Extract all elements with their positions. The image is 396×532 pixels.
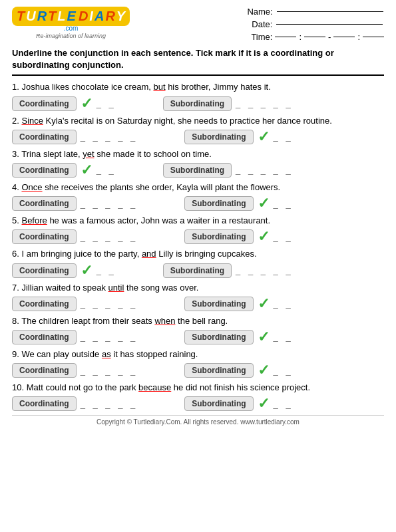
time-colon2: : (357, 32, 360, 42)
sub-button-1: Subordinating (163, 96, 232, 111)
sub-dashes-10: _ _ (274, 399, 294, 409)
name-fields: Name: Date: Time: : - : (247, 7, 384, 42)
logo-char-e: E (67, 9, 76, 24)
conjunction-6: and (142, 249, 156, 259)
answer-row-7: Coordinating_ _ _ _ _Subordinating✓_ _ (12, 297, 384, 311)
coord-answer-2: Coordinating_ _ _ _ _ (12, 130, 138, 144)
time-colon1: : (299, 32, 301, 42)
header: T U R T L E D I A R Y .com Re-imaginatio… (12, 7, 384, 42)
logo-char-t2: T (48, 9, 56, 24)
coord-button-8: Coordinating (12, 330, 77, 344)
sub-dashes-9: _ _ (274, 366, 294, 376)
sub-answer-7: Subordinating✓_ _ (184, 297, 293, 311)
sentence-block-9: 9. We can play outside as it has stopped… (12, 348, 384, 378)
sub-answer-6: Subordinating_ _ _ _ _ (163, 263, 294, 278)
sub-check-2: ✓ (258, 130, 270, 144)
logo-char-u: U (26, 9, 35, 24)
coord-button-6: Coordinating (12, 263, 77, 278)
conjunction-3: yet (83, 149, 94, 159)
logo-char-r: R (37, 9, 47, 24)
answer-row-9: Coordinating_ _ _ _ _Subordinating✓_ _ (12, 363, 384, 378)
page: T U R T L E D I A R Y .com Re-imaginatio… (0, 0, 396, 430)
coord-answer-3: Coordinating✓_ _ (12, 163, 116, 178)
sub-dashes-8: _ _ (274, 332, 294, 342)
logo-com: .com (64, 25, 79, 32)
sub-answer-4: Subordinating✓_ _ (184, 196, 293, 211)
coord-button-10: Coordinating (12, 396, 77, 411)
logo-area: T U R T L E D I A R Y .com Re-imaginatio… (12, 7, 130, 39)
conjunction-1: but (153, 82, 165, 92)
coord-dashes-9: _ _ _ _ _ (81, 366, 138, 376)
answer-row-3: Coordinating✓_ _Subordinating_ _ _ _ _ (12, 163, 384, 178)
coord-button-3: Coordinating (12, 163, 77, 178)
logo-char-t: T (17, 9, 25, 24)
coord-answer-6: Coordinating✓_ _ (12, 263, 116, 278)
coord-check-1: ✓ (81, 96, 93, 111)
sentence-text-6: 6. I am bringing juice to the party, and… (12, 248, 384, 260)
conjunction-5: Before (21, 215, 47, 225)
sub-check-8: ✓ (258, 330, 270, 344)
conjunction-2: Since (21, 116, 43, 126)
sub-check-4: ✓ (258, 196, 270, 211)
sub-button-9: Subordinating (184, 363, 253, 378)
time-seg1 (275, 37, 296, 37)
date-label: Date: (247, 19, 272, 29)
sentence-text-3: 3. Trina slept late, yet she made it to … (12, 148, 384, 160)
sub-answer-9: Subordinating✓_ _ (184, 363, 293, 378)
sub-button-4: Subordinating (184, 196, 253, 211)
sub-button-3: Subordinating (163, 163, 232, 178)
coord-button-9: Coordinating (12, 363, 77, 378)
sub-dashes-3: _ _ _ _ _ (236, 165, 294, 175)
coord-dashes-7: _ _ _ _ _ (81, 299, 138, 309)
conjunction-8: when (154, 316, 175, 326)
coord-answer-5: Coordinating_ _ _ _ _ (12, 229, 138, 244)
coord-dashes-3: _ _ (97, 165, 116, 175)
answer-row-1: Coordinating✓_ _Subordinating_ _ _ _ _ (12, 96, 384, 111)
time-label: Time: (247, 32, 272, 42)
time-seg4 (363, 37, 384, 37)
sentence-block-5: 5. Before he was a famous actor, John wa… (12, 215, 384, 244)
sub-dashes-4: _ _ (274, 199, 294, 209)
answer-row-5: Coordinating_ _ _ _ _Subordinating✓_ _ (12, 229, 384, 244)
time-seg3 (333, 37, 355, 37)
time-seg2 (304, 37, 325, 37)
sentence-text-10: 10. Matt could not go to the park becaus… (12, 382, 384, 394)
sub-dashes-5: _ _ (274, 232, 294, 242)
logo-char-r2: R (105, 9, 114, 24)
sub-button-6: Subordinating (163, 263, 232, 278)
logo-char-d: D (79, 9, 88, 24)
coord-dashes-10: _ _ _ _ _ (81, 399, 138, 409)
sentence-block-7: 7. Jillian waited to speak until the son… (12, 282, 384, 311)
sentences-container: 1. Joshua likes chocolate ice cream, but… (12, 81, 384, 411)
coord-dashes-6: _ _ (97, 265, 116, 275)
sentence-block-4: 4. Once she receives the plants she orde… (12, 182, 384, 211)
conjunction-4: Once (21, 182, 42, 192)
sentence-block-10: 10. Matt could not go to the park becaus… (12, 382, 384, 411)
answer-row-8: Coordinating_ _ _ _ _Subordinating✓_ _ (12, 330, 384, 344)
sub-check-10: ✓ (258, 396, 270, 411)
sentence-text-7: 7. Jillian waited to speak until the son… (12, 282, 384, 294)
time-dash: - (328, 32, 331, 42)
sentence-block-6: 6. I am bringing juice to the party, and… (12, 248, 384, 277)
sentence-text-1: 1. Joshua likes chocolate ice cream, but… (12, 81, 384, 93)
coord-dashes-1: _ _ (97, 98, 116, 108)
date-row: Date: (247, 19, 384, 29)
answer-row-6: Coordinating✓_ _Subordinating_ _ _ _ _ (12, 263, 384, 278)
answer-row-2: Coordinating_ _ _ _ _Subordinating✓_ _ (12, 130, 384, 144)
coord-answer-10: Coordinating_ _ _ _ _ (12, 396, 138, 411)
footer: Copyright © Turtlediary.Com. All rights … (12, 415, 384, 426)
name-label: Name: (247, 7, 272, 17)
logo-char-a: A (95, 9, 104, 24)
sub-check-7: ✓ (258, 297, 270, 311)
coord-dashes-2: _ _ _ _ _ (81, 132, 138, 142)
coord-dashes-5: _ _ _ _ _ (81, 232, 138, 242)
coord-dashes-4: _ _ _ _ _ (81, 199, 138, 209)
sub-check-9: ✓ (258, 363, 270, 378)
sentence-text-9: 9. We can play outside as it has stopped… (12, 348, 384, 360)
time-row: Time: : - : (247, 32, 384, 42)
sub-answer-8: Subordinating✓_ _ (184, 330, 293, 344)
logo-tagline: Re-imagination of learning (36, 33, 106, 39)
sentence-block-1: 1. Joshua likes chocolate ice cream, but… (12, 81, 384, 110)
sentence-block-3: 3. Trina slept late, yet she made it to … (12, 148, 384, 178)
sentence-text-8: 8. The children leapt from their seats w… (12, 315, 384, 327)
